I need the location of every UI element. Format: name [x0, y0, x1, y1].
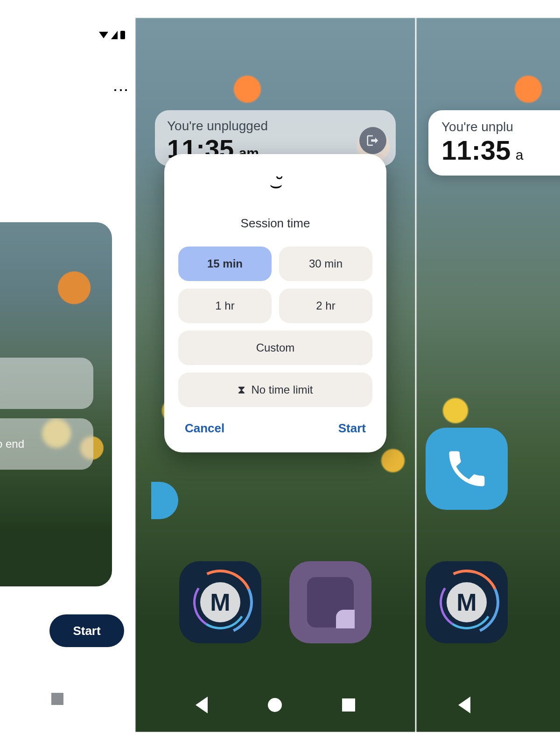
option-15min-label: 15 min [207, 257, 243, 270]
option-1hr-label: 1 hr [215, 299, 234, 312]
dialog-title: Session time [178, 216, 372, 231]
nav-home-icon[interactable] [268, 698, 282, 712]
cancel-button[interactable]: Cancel [185, 421, 224, 436]
cancel-button-label: Cancel [185, 421, 224, 435]
screen-2-session-time-dialog: You're unplugged 11:35 am ⌣̆ Session tim… [135, 18, 415, 732]
option-custom-label: Custom [256, 341, 295, 354]
option-2hr[interactable]: 2 hr [279, 289, 372, 323]
app-icon-phone[interactable] [426, 428, 508, 510]
overflow-menu-icon[interactable]: ⋮ [119, 82, 123, 98]
nav-recents-icon[interactable] [342, 698, 355, 712]
system-nav-bar [135, 697, 415, 713]
app-icon-moto[interactable]: M [179, 561, 261, 643]
option-custom[interactable]: Custom [178, 331, 372, 365]
widget-time-row: 11:35 a [441, 134, 560, 166]
end-requirement-label: …quired to end [0, 437, 24, 451]
option-no-limit-label: No time limit [251, 383, 313, 396]
option-no-limit[interactable]: ⧗ No time limit [178, 373, 372, 407]
app-icon-moto[interactable]: M [426, 561, 508, 643]
dock: M [135, 561, 415, 643]
nav-back-icon[interactable] [458, 697, 470, 713]
screen-3-unplugged-home: You're unplu 11:35 a M [416, 18, 560, 732]
option-2hr-label: 2 hr [316, 299, 335, 312]
start-button-label: Start [73, 624, 100, 638]
note-icon [307, 577, 354, 627]
widget-time: 11:35 [441, 135, 511, 165]
allowed-apps-row[interactable]: M +4 [0, 358, 93, 409]
screen-1-unplug-setup: ⋮ r …gue to you. Start a …ant to disconn… [0, 26, 135, 726]
option-30min[interactable]: 30 min [279, 247, 372, 281]
end-requirement-row[interactable]: …quired to end [0, 418, 93, 470]
battery-icon [120, 31, 125, 39]
signal-icon [111, 31, 118, 39]
nav-recents-icon[interactable] [51, 693, 63, 705]
hourglass-icon: ⧗ [238, 383, 245, 396]
widget-title: You're unplugged [167, 119, 384, 134]
app-icon-notes[interactable] [289, 561, 371, 643]
widget-ampm: a [516, 147, 524, 162]
start-button[interactable]: Start [49, 614, 124, 647]
page-description: …gue to you. Start a …ant to disconnect. [0, 171, 121, 204]
system-nav-bar [416, 697, 560, 713]
exit-icon[interactable] [359, 127, 386, 154]
unplugged-widget[interactable]: You're unplu 11:35 a [428, 110, 560, 176]
start-button[interactable]: Start [338, 421, 366, 436]
option-15min[interactable]: 15 min [178, 247, 272, 281]
session-preview-card: …ession M +4 …quired to end [0, 222, 112, 586]
widget-title: You're unplu [441, 120, 560, 134]
unplug-logo-icon: ⌣̆ [178, 173, 372, 197]
option-30min-label: 30 min [309, 257, 343, 270]
nav-back-icon[interactable] [196, 697, 208, 713]
status-bar [99, 31, 125, 39]
dock-row-2: M [416, 561, 560, 643]
wifi-icon [99, 32, 108, 38]
session-time-dialog: ⌣̆ Session time 15 min 30 min 1 hr 2 hr … [164, 154, 386, 452]
phone-icon [443, 445, 490, 492]
dock [416, 428, 560, 510]
option-1hr[interactable]: 1 hr [178, 289, 272, 323]
start-button-label: Start [338, 421, 366, 435]
